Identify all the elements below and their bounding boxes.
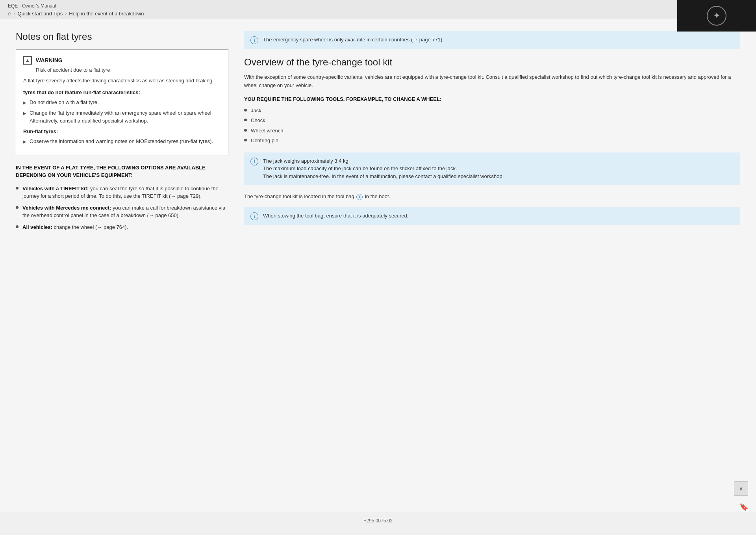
info-icon-1: i: [250, 36, 258, 44]
round-bullet: [244, 139, 247, 141]
list-item: ▶ Do not drive on with a flat tyre.: [23, 98, 221, 106]
info-box-1-text: The emergency spare wheel is only availa…: [263, 36, 444, 44]
footer-code: F295 0075 02: [363, 518, 393, 524]
option-text: Vehicles with Mercedes me connect: you c…: [22, 204, 228, 219]
option-text: All vehicles: change the wheel (→ page 7…: [22, 223, 128, 231]
home-icon[interactable]: ⌂: [8, 10, 11, 17]
bookmark-icon[interactable]: 🔖: [739, 503, 748, 511]
warning-subhead2: Run-flat tyres:: [23, 128, 221, 134]
round-bullet: [244, 129, 247, 132]
tools-required-head: YOU REQUIRE THE FOLLOWING TOOLS, FOREXAM…: [244, 96, 740, 102]
warning-body: A flat tyre severely affects the driving…: [23, 77, 221, 85]
warning-header: ▲ WARNING: [23, 56, 221, 65]
bullet-text: Observe the information and warning note…: [30, 137, 213, 145]
options-list: Vehicles with a TIREFIT kit: you can sea…: [16, 185, 228, 231]
manual-title: EQE - Owner's Manual: [8, 3, 748, 9]
tools-list: Jack Chock Wheel wrench Centring pin: [244, 107, 740, 145]
list-item: ▶ Observe the information and warning no…: [23, 137, 221, 145]
dot-bullet: [16, 187, 19, 189]
breadcrumb-sep-2: ›: [65, 11, 67, 16]
info-icon-3: i: [250, 212, 258, 220]
logo-area: [677, 0, 756, 32]
breadcrumb-quick-start[interactable]: Quick start and Tips: [17, 11, 63, 17]
warning-label: WARNING: [36, 57, 63, 63]
triangle-bullet: ▶: [23, 139, 26, 145]
round-bullet: [244, 109, 247, 111]
triangle-bullet: ▶: [23, 100, 26, 106]
breadcrumb-sep-1: ›: [13, 11, 15, 16]
list-item: All vehicles: change the wheel (→ page 7…: [16, 223, 228, 231]
info-icon-2: i: [250, 158, 258, 165]
tool-name: Centring pin: [251, 137, 278, 145]
tool-kit-body: With the exception of some country-speci…: [244, 73, 740, 90]
info-line: The jack is maintenance-free. In the eve…: [263, 173, 504, 180]
header: EQE - Owner's Manual ⌂ › Quick start and…: [0, 0, 756, 19]
list-item: Wheel wrench: [244, 127, 740, 135]
list-item: Chock: [244, 117, 740, 124]
info-box-3: i When stowing the tool bag, ensure that…: [244, 207, 740, 225]
info-box-1: i The emergency spare wheel is only avai…: [244, 31, 740, 49]
tool-name: Jack: [251, 107, 261, 115]
main-content: Notes on flat tyres ▲ WARNING Risk of ac…: [0, 19, 756, 512]
triangle-bullet: ▶: [23, 110, 26, 116]
breadcrumb: ⌂ › Quick start and Tips › Help in the e…: [8, 10, 748, 17]
option-bold: Vehicles with a TIREFIT kit:: [22, 186, 89, 191]
tool-kit-note-before: The tyre-change tool kit is located in t…: [244, 193, 354, 199]
inline-info-icon: i: [356, 194, 363, 200]
info-box-3-text: When stowing the tool bag, ensure that i…: [263, 212, 408, 220]
warning-bullets1: ▶ Do not drive on with a flat tyre. ▶ Ch…: [23, 98, 221, 125]
left-column: Notes on flat tyres ▲ WARNING Risk of ac…: [16, 31, 228, 488]
tool-name: Wheel wrench: [251, 127, 283, 135]
bullet-text: Do not drive on with a flat tyre.: [30, 98, 99, 106]
warning-triangle-icon: ▲: [23, 56, 32, 65]
warning-subtitle: Risk of accident due to a flat tyre: [36, 67, 221, 73]
warning-bullets2: ▶ Observe the information and warning no…: [23, 137, 221, 145]
option-text: Vehicles with a TIREFIT kit: you can sea…: [22, 185, 228, 200]
dot-bullet: [16, 206, 19, 209]
scroll-up-icon: ∧: [739, 485, 743, 492]
right-column: i The emergency spare wheel is only avai…: [244, 31, 740, 488]
tool-kit-note-after: in the boot.: [365, 193, 390, 199]
option-bold: All vehicles:: [22, 224, 52, 230]
tool-kit-location-note: The tyre-change tool kit is located in t…: [244, 193, 740, 201]
breadcrumb-breakdown: Help in the event of a breakdown: [69, 11, 144, 17]
list-item: Jack: [244, 107, 740, 115]
info-line: The jack weighs approximately 3.4 kg.: [263, 157, 504, 165]
flat-tyre-options-head: IN THE EVENT OF A FLAT TYRE, THE FOLLOWI…: [16, 164, 228, 179]
list-item: ▶ Change the flat tyre immediately with …: [23, 109, 221, 124]
list-item: Vehicles with Mercedes me connect: you c…: [16, 204, 228, 219]
list-item: Centring pin: [244, 137, 740, 145]
mercedes-star-logo: [707, 6, 726, 26]
list-item: Vehicles with a TIREFIT kit: you can sea…: [16, 185, 228, 200]
bullet-text: Change the flat tyre immediately with an…: [30, 109, 221, 124]
warning-subhead1: tyres that do not feature run-flat chara…: [23, 89, 221, 95]
info-line: The maximum load capacity of the jack ca…: [263, 165, 504, 173]
info-box-2: i The jack weighs approximately 3.4 kg. …: [244, 152, 740, 185]
footer: F295 0075 02: [0, 512, 756, 530]
round-bullet: [244, 119, 247, 121]
tool-name: Chock: [251, 117, 265, 124]
section-title-tool-kit: Overview of the tyre-change tool kit: [244, 57, 740, 68]
scroll-up-button[interactable]: ∧: [734, 481, 748, 496]
section-title-flat-tyres: Notes on flat tyres: [16, 31, 228, 42]
warning-box: ▲ WARNING Risk of accident due to a flat…: [16, 49, 228, 156]
info-box-2-text: The jack weighs approximately 3.4 kg. Th…: [263, 157, 504, 180]
option-bold: Vehicles with Mercedes me connect:: [22, 205, 111, 211]
dot-bullet: [16, 225, 19, 228]
